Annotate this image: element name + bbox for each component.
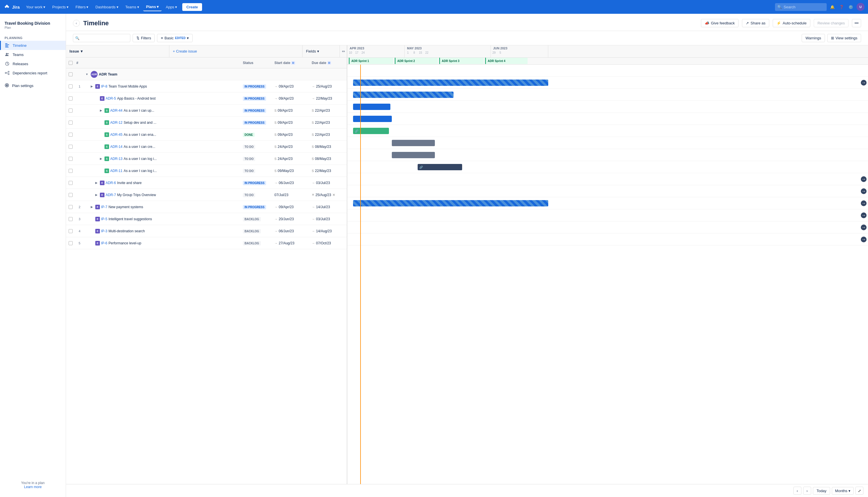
bar-adr11[interactable]: 🔗: [418, 164, 462, 170]
nav-your-work[interactable]: Your work▾: [23, 3, 48, 11]
clear-due-icon[interactable]: ✕: [332, 193, 335, 197]
row-checkbox[interactable]: [69, 229, 73, 233]
avatar[interactable]: U: [856, 3, 865, 11]
row-checkbox[interactable]: [69, 133, 73, 137]
issue-key[interactable]: ADR-13: [110, 157, 122, 161]
auto-schedule-button[interactable]: ⚡ Auto-schedule: [773, 19, 810, 27]
collapse-sidebar-button[interactable]: ‹: [73, 20, 80, 27]
nav-projects[interactable]: Projects▾: [49, 3, 71, 11]
row-checkbox[interactable]: [69, 157, 73, 161]
app-logo[interactable]: Jira: [3, 3, 20, 10]
issue-key[interactable]: ADR-6: [106, 181, 116, 185]
expand-icon[interactable]: ▾: [86, 73, 89, 76]
view-settings-button[interactable]: ⊞ View settings: [827, 34, 861, 42]
table-row[interactable]: 4 E IP-3 Multi-destination search BACKLO…: [66, 225, 347, 237]
table-row[interactable]: 1 ▶ E IP-8 Team Travel Mobile Apps IN PR…: [66, 81, 347, 93]
row-checkbox[interactable]: [69, 169, 73, 173]
timeline-prev-button[interactable]: ‹: [793, 487, 801, 495]
issue-key[interactable]: ADR-11: [110, 169, 122, 173]
issue-key[interactable]: IP-5: [101, 217, 107, 221]
footer-learn-link[interactable]: Learn more: [24, 485, 42, 489]
expand-icon[interactable]: ▶: [91, 85, 94, 88]
filters-button[interactable]: ⇅ Filters: [133, 34, 155, 42]
bar-adr13[interactable]: [392, 152, 435, 158]
row-checkbox[interactable]: [69, 109, 73, 113]
table-row[interactable]: ▾ ADR ADR Team: [66, 68, 347, 81]
warnings-button[interactable]: Warnings: [802, 34, 825, 42]
sidebar-item-dependencies[interactable]: Dependencies report: [0, 68, 66, 77]
table-row[interactable]: S ADR-14 As a user I can cre... TO DO S …: [66, 141, 347, 153]
issue-key[interactable]: ADR-12: [110, 120, 122, 125]
row-checkbox[interactable]: [69, 193, 73, 197]
table-row[interactable]: 3 E IP-5 Intelligent travel suggestions …: [66, 213, 347, 225]
th-fields[interactable]: Fields ▾: [303, 45, 340, 57]
issue-key[interactable]: ADR-5: [106, 97, 116, 100]
sidebar-item-plan-settings[interactable]: Plan settings: [0, 81, 66, 90]
select-all-checkbox[interactable]: [69, 61, 73, 65]
create-button[interactable]: Create: [182, 3, 202, 11]
table-row[interactable]: E ADR-5 App Basics - Android test IN PRO…: [66, 93, 347, 104]
notifications-icon[interactable]: 🔔: [829, 4, 836, 10]
issue-key[interactable]: ADR-14: [110, 145, 122, 149]
row-checkbox[interactable]: [69, 205, 73, 209]
toolbar-search-input[interactable]: [73, 34, 130, 42]
more-options-button[interactable]: •••: [852, 19, 861, 27]
issue-key[interactable]: IP-7: [101, 205, 107, 209]
today-button[interactable]: Today: [813, 487, 830, 495]
table-row[interactable]: ▶ S ADR-13 As a user I can log i... TO D…: [66, 153, 347, 165]
row-checkbox[interactable]: [69, 217, 73, 221]
basic-edited-button[interactable]: ≡ Basic EDITED ▾: [157, 34, 192, 42]
bar-adr44[interactable]: [353, 104, 390, 110]
table-row[interactable]: S ADR-11 As a user I can log i... TO DO …: [66, 165, 347, 177]
row-checkbox[interactable]: [69, 84, 73, 88]
issue-key[interactable]: IP-8: [101, 84, 107, 88]
table-row[interactable]: ▶ S ADR-44 As a user I can up... IN PROG…: [66, 104, 347, 116]
sidebar-item-timeline[interactable]: Timeline: [0, 41, 66, 50]
bar-ip7[interactable]: [353, 200, 548, 207]
nav-filters[interactable]: Filters▾: [73, 3, 91, 11]
expand-icon[interactable]: ▶: [91, 205, 94, 209]
bar-adr45[interactable]: 🔗: [353, 128, 389, 134]
th-create-issue[interactable]: + Create issue: [169, 45, 303, 57]
row-checkbox[interactable]: [69, 72, 73, 76]
resize-handle[interactable]: ⇔: [340, 45, 347, 57]
table-row[interactable]: S ADR-45 As a user I can ena... DONE S 0…: [66, 129, 347, 141]
share-as-button[interactable]: ↗ Share as: [742, 19, 769, 27]
row-checkbox[interactable]: [69, 120, 73, 125]
row-checkbox[interactable]: [69, 181, 73, 185]
table-row[interactable]: 5 E IP-6 Performance level-up BACKLOG → …: [66, 237, 347, 249]
table-row[interactable]: ▶ E ADR-7 My Group Trips Overview TO DO …: [66, 189, 347, 201]
bar-adr12[interactable]: [353, 116, 392, 122]
issue-key[interactable]: ADR-45: [110, 133, 122, 137]
timeline-next-button[interactable]: ›: [803, 487, 811, 495]
expand-icon[interactable]: ▶: [95, 181, 99, 184]
help-icon[interactable]: ❓: [838, 4, 845, 10]
give-feedback-button[interactable]: 📣 Give feedback: [701, 19, 739, 27]
review-changes-button[interactable]: Review changes: [814, 19, 849, 27]
row-checkbox[interactable]: [69, 97, 73, 100]
expand-all-button[interactable]: ⤢: [855, 487, 864, 495]
issue-key[interactable]: IP-3: [101, 229, 107, 233]
sidebar-item-teams[interactable]: Teams: [0, 50, 66, 59]
issue-key[interactable]: ADR-44: [110, 109, 122, 113]
sidebar-item-releases[interactable]: Releases: [0, 59, 66, 68]
months-select[interactable]: Months ▾: [832, 487, 854, 495]
expand-icon[interactable]: ▶: [95, 193, 99, 196]
bar-ip8[interactable]: [353, 80, 548, 86]
table-row[interactable]: S ADR-12 Setup dev and and ... IN PROGRE…: [66, 116, 347, 129]
bar-adr14[interactable]: [392, 140, 435, 146]
issue-key[interactable]: IP-6: [101, 241, 107, 245]
bar-adr5[interactable]: [353, 91, 453, 98]
search-input[interactable]: [775, 3, 827, 11]
row-checkbox[interactable]: [69, 145, 73, 149]
row-checkbox[interactable]: [69, 241, 73, 245]
issue-key[interactable]: ADR-7: [106, 193, 116, 197]
nav-apps[interactable]: Apps▾: [163, 3, 180, 11]
expand-icon[interactable]: ▶: [100, 157, 103, 160]
settings-icon[interactable]: ⚙️: [847, 4, 854, 10]
table-row[interactable]: 2 ▶ E IP-7 New payment systems IN PROGRE…: [66, 201, 347, 213]
nav-teams[interactable]: Teams▾: [122, 3, 142, 11]
nav-plans[interactable]: Plans▾: [143, 3, 162, 11]
th-issue[interactable]: Issue ▾: [66, 45, 169, 57]
table-row[interactable]: ▶ E ADR-6 Invite and share IN PROGRESS →…: [66, 177, 347, 189]
